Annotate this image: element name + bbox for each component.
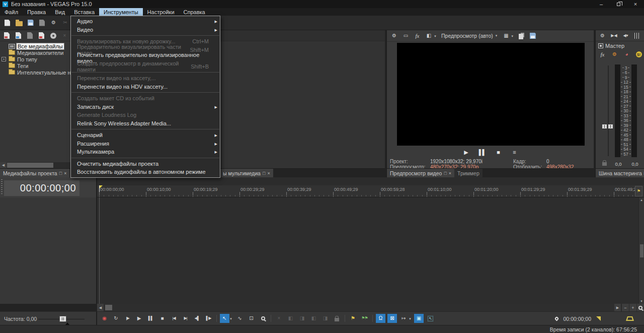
preferences-button[interactable]: ⚙ (49, 18, 58, 27)
save-snapshot-button[interactable] (528, 31, 537, 40)
fader-handles[interactable] (602, 124, 613, 129)
play-from-start-button[interactable]: |▶ (123, 314, 132, 323)
timeline-ruler[interactable]: 00:00:00;0000:00:10;0000:00:19;2900:00:2… (97, 185, 644, 197)
tab-float-icon[interactable]: □ (59, 171, 62, 176)
tab-video-preview[interactable]: Предпросмотр видео □ × (387, 169, 454, 177)
enable-snapping-button[interactable]: Ω (376, 314, 385, 323)
envelope-edit-tool-button[interactable]: ∿ (235, 314, 245, 323)
playhead-cursor[interactable] (99, 197, 100, 304)
menu-item[interactable]: Видео▶ (71, 26, 220, 34)
new-project-button[interactable] (3, 18, 12, 27)
split-screen-view-button[interactable]: ◧ (424, 31, 434, 40)
menu-item[interactable]: Аудио▶ (71, 17, 220, 26)
loop-playback-button[interactable]: ↻ (111, 314, 121, 323)
menu-item[interactable]: Сценарий▶ (71, 131, 220, 140)
mixer-layout-button[interactable] (632, 31, 642, 40)
menubar-item-6[interactable]: Настройки (143, 8, 179, 16)
record-button[interactable]: ◉ (100, 314, 109, 323)
zoom-tool-button[interactable] (636, 304, 644, 311)
menu-item[interactable]: Relink Sony Wireless Adapter Media... (71, 119, 220, 128)
pause-button[interactable]: ▌▌ (477, 148, 487, 157)
vscroll-thumb[interactable] (640, 244, 643, 257)
media-scroll-thumb[interactable] (7, 163, 53, 168)
menubar-item-7[interactable]: Справка (179, 8, 210, 16)
downmix-indicator-button[interactable]: ◕ (622, 50, 631, 59)
go-to-start-button[interactable]: |◀ (169, 314, 179, 323)
next-frame-button[interactable]: ▌▶ (204, 314, 213, 323)
timeline-horizontal-scrollbar[interactable]: ◀ ▶ − + (97, 304, 644, 311)
edit-tool-dropdown-button[interactable]: ▾ (229, 314, 233, 323)
cursor-time[interactable]: 00:00:00;00 (564, 316, 591, 322)
tab-master-bus[interactable]: Шина мастеринга □ (596, 169, 644, 177)
lock-envelopes-to-events-button[interactable]: ▣ (414, 314, 424, 323)
menubar-item-3[interactable]: Вид (50, 8, 69, 16)
previous-frame-button[interactable]: ◀▌ (192, 314, 202, 323)
get-media-from-web-button[interactable] (37, 31, 46, 40)
play-button[interactable]: ▶ (461, 148, 471, 157)
menubar-item-2[interactable]: Правка (23, 8, 50, 16)
dim-output-button[interactable]: ◀▾ (621, 31, 630, 40)
tab-close-icon[interactable]: × (449, 171, 451, 176)
preview-settings-button[interactable]: ⚙ (389, 31, 399, 40)
master-settings-button[interactable]: ⚙ (598, 31, 607, 40)
tab-close-icon[interactable]: × (267, 171, 270, 176)
menubar-item-4[interactable]: Вставка (69, 8, 99, 16)
tab-float-icon[interactable]: □ (263, 171, 265, 176)
tab-media-generators[interactable]: ы мультимедиа □ × (220, 169, 273, 177)
insert-region-button[interactable]: ⚑⚑ (360, 314, 369, 323)
pause-button[interactable]: ▌▌ (146, 314, 155, 323)
open-project-button[interactable] (14, 18, 24, 27)
overlay-grid-dropdown-button[interactable]: ▾ (510, 31, 514, 40)
marker-bar[interactable] (97, 177, 644, 185)
scroll-left-icon[interactable]: ◀ (0, 162, 7, 168)
current-time-display[interactable]: 00:00:00;00 (4, 180, 79, 196)
stop-button[interactable]: ■ (157, 314, 167, 323)
post-edit-ripple-button[interactable]: ↦ (399, 314, 409, 323)
close-button[interactable]: × (627, 0, 644, 8)
automation-mode-button[interactable]: ⚙ (610, 50, 619, 59)
save-project-button[interactable] (26, 18, 35, 27)
hscroll-thumb[interactable] (105, 305, 112, 310)
capture-video-button[interactable] (25, 31, 35, 40)
overlay-grid-button[interactable]: ▦ (501, 31, 511, 40)
scroll-left-icon[interactable]: ◀ (97, 304, 104, 311)
fader-handle-right[interactable] (608, 124, 613, 129)
menu-item[interactable]: Восстановить аудиофайлы в автономном реж… (71, 168, 220, 176)
fader-handle-left[interactable] (602, 124, 607, 129)
split-screen-dropdown-button[interactable]: ▾ (433, 31, 437, 40)
normal-edit-tool-button[interactable]: ↖ (220, 314, 229, 323)
tab-project-media[interactable]: Медиафайлы проекта □ × (0, 169, 69, 177)
preview-quality-dropdown[interactable]: Предпросмотр (авто) ▾ (439, 32, 499, 39)
hscroll-track[interactable] (104, 304, 614, 311)
lock-event-button[interactable] (332, 314, 342, 323)
zoom-in-button[interactable]: + (629, 304, 636, 311)
scroll-right-icon[interactable]: ▶ (614, 304, 621, 311)
menu-item[interactable]: Перенести видео на HDV кассету... (71, 83, 220, 91)
timeline-vertical-scrollbar[interactable]: ▴ ▾ (638, 197, 644, 304)
extract-audio-from-cd-button[interactable] (48, 31, 58, 40)
menu-item[interactable]: Расширения▶ (71, 140, 220, 148)
auto-ripple-button[interactable]: ⊠ (387, 314, 397, 323)
insert-marker-button[interactable]: ⚑ (348, 314, 358, 323)
zoom-edit-tool-button[interactable] (258, 314, 268, 323)
minimize-button[interactable]: – (593, 0, 610, 8)
preview-menu-button[interactable]: ≡ (510, 148, 519, 157)
expander-icon[interactable]: + (2, 57, 6, 61)
scroll-down-icon[interactable]: ▾ (640, 299, 642, 303)
tab-float-icon[interactable]: □ (444, 171, 446, 176)
play-button[interactable]: ▶ (134, 314, 144, 323)
media-bins-button[interactable] (2, 31, 12, 40)
menu-item[interactable]: Мультикамера▶ (71, 148, 220, 156)
scroll-up-icon[interactable]: ▴ (640, 198, 642, 202)
project-properties-button[interactable] (37, 18, 47, 27)
master-fx-button[interactable]: fx (598, 50, 607, 59)
import-media-button[interactable] (14, 31, 23, 40)
marker-tool-button[interactable]: ⚑ (635, 186, 642, 196)
downmix-output-button[interactable]: ▶◀ (609, 31, 619, 40)
solo-indicator-button[interactable]: S! (634, 50, 643, 59)
auto-ripple-mode-dropdown-button[interactable]: ▾ (408, 314, 412, 323)
menu-item[interactable]: Очистить медиафайлы проекта (71, 160, 220, 168)
timeline-track-area[interactable] (97, 197, 644, 304)
video-output-fx-button[interactable]: fx (413, 31, 422, 40)
stop-button[interactable]: ■ (494, 148, 503, 157)
